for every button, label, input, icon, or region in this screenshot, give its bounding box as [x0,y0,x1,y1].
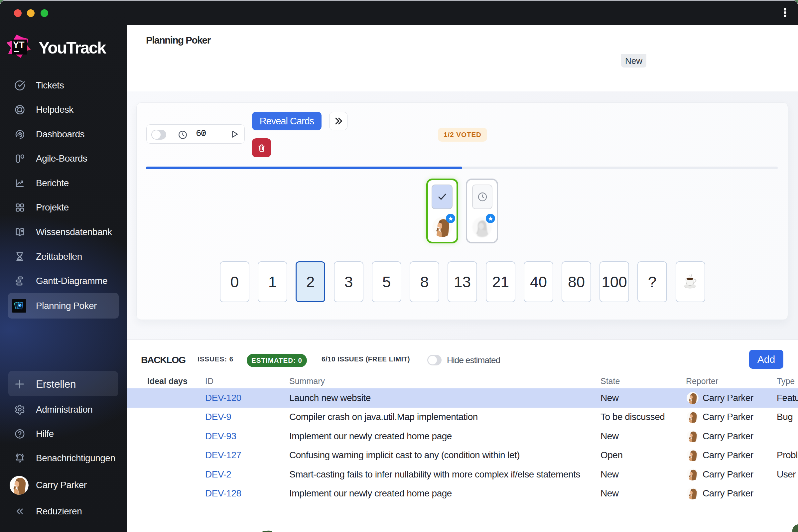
svg-text:YT: YT [13,40,25,50]
